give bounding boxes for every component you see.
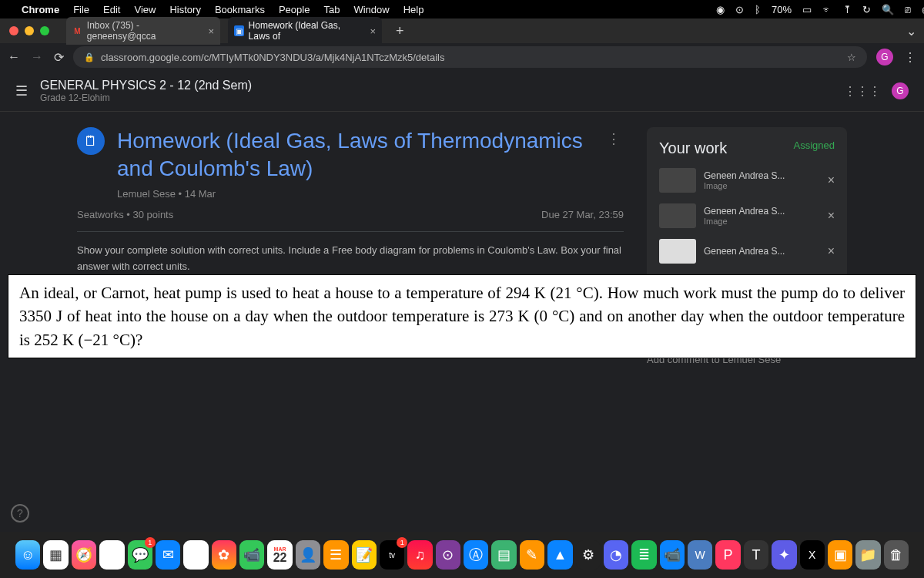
spotlight-icon[interactable]: 🔍 — [882, 4, 894, 15]
remove-attachment-icon[interactable]: × — [828, 209, 835, 223]
attachment-thumbnail — [659, 203, 696, 228]
dock-discord[interactable]: ◔ — [604, 540, 628, 570]
menu-edit[interactable]: Edit — [103, 4, 120, 15]
attachment-name: Geneen Andrea S... — [704, 170, 820, 181]
tab-label: Inbox (735) - geneensy@qcca — [87, 20, 201, 42]
close-tab-icon[interactable]: × — [370, 25, 376, 37]
remove-attachment-icon[interactable]: × — [828, 244, 835, 258]
dock-powerpoint[interactable]: P — [715, 540, 740, 570]
chevron-down-icon[interactable]: ⌄ — [906, 24, 916, 39]
lock-icon: 🔒 — [84, 52, 95, 62]
dock-teams[interactable]: T — [744, 540, 768, 570]
dock-calendar[interactable]: MAR22 — [267, 540, 292, 570]
assignment-author: Lemuel Sese • 14 Mar — [117, 188, 591, 200]
url-text: classroom.google.com/c/MTIyMTk0NDY3NDU3/… — [101, 52, 444, 63]
dock-reminders[interactable]: ☰ — [323, 540, 348, 570]
dock-notes[interactable]: 📝 — [352, 540, 377, 570]
forward-button[interactable]: → — [31, 50, 43, 65]
course-title[interactable]: GENERAL PHYSICS 2 - 12 (2nd Sem) — [40, 79, 252, 92]
dock-pages[interactable]: ✎ — [520, 540, 544, 570]
attachment-thumbnail — [659, 239, 696, 264]
attachment-item[interactable]: Geneen Andrea S...Image × — [659, 203, 835, 228]
attachment-item[interactable]: Geneen Andrea S... × — [659, 239, 835, 264]
help-button[interactable]: ? — [11, 504, 29, 523]
menu-view[interactable]: View — [134, 4, 156, 15]
dock-word[interactable]: W — [688, 540, 712, 570]
dock-messages[interactable]: 💬1 — [128, 540, 152, 570]
profile-avatar[interactable]: G — [876, 49, 893, 66]
tab-inbox[interactable]: M Inbox (735) - geneensy@qcca × — [66, 17, 220, 45]
dock-appstore[interactable]: Ⓐ — [464, 540, 488, 570]
dock-zoom[interactable]: 📹 — [660, 540, 685, 570]
dock-safari[interactable]: 🧭 — [72, 540, 96, 570]
dock-app2[interactable]: X — [800, 540, 825, 570]
dock-photos[interactable]: ✿ — [212, 540, 236, 570]
browser-toolbar: ← → ⟳ 🔒 classroom.google.com/c/MTIyMTk0N… — [0, 43, 924, 71]
dock-launchpad[interactable]: ▦ — [43, 540, 68, 570]
battery-percent: 70% — [772, 4, 792, 15]
dock-tv[interactable]: tv1 — [380, 540, 404, 570]
macos-dock: ☺ ▦ 🧭 ◉ 💬1 ✉ 🗺 ✿ 📹 MAR22 👤 ☰ 📝 tv1 ♫ ⊙ Ⓐ… — [0, 532, 924, 578]
hamburger-menu-icon[interactable]: ☰ — [15, 82, 28, 99]
timemachine-icon[interactable]: ↻ — [862, 4, 871, 15]
bluetooth-icon[interactable]: ᛒ — [755, 4, 761, 15]
close-window-button[interactable] — [9, 26, 18, 35]
classroom-icon: ▣ — [234, 25, 244, 36]
star-icon[interactable]: ☆ — [847, 52, 856, 63]
menu-file[interactable]: File — [73, 4, 89, 15]
classroom-header: ☰ GENERAL PHYSICS 2 - 12 (2nd Sem) Grade… — [0, 71, 924, 112]
assignment-menu-icon[interactable]: ⋮ — [604, 127, 624, 150]
attachment-item[interactable]: Geneen Andrea S...Image × — [659, 168, 835, 193]
menu-people[interactable]: People — [279, 4, 310, 15]
remove-attachment-icon[interactable]: × — [828, 173, 835, 187]
tab-homework[interactable]: ▣ Homework (Ideal Gas, Laws of × — [228, 17, 382, 45]
attachment-name: Geneen Andrea S... — [704, 246, 820, 257]
tab-label: Homework (Ideal Gas, Laws of — [249, 20, 363, 42]
dock-chrome[interactable]: ◉ — [99, 540, 124, 570]
do-not-disturb-icon[interactable]: ◉ — [716, 4, 725, 15]
dock-folder[interactable]: 📁 — [855, 540, 880, 570]
app-name[interactable]: Chrome — [22, 4, 59, 15]
dock-facetime[interactable]: 📹 — [239, 540, 264, 570]
kebab-menu-icon[interactable]: ⋮ — [904, 50, 916, 65]
upload-icon[interactable]: ⤒ — [843, 4, 852, 15]
dock-mail[interactable]: ✉ — [156, 540, 180, 570]
attachment-type: Image — [704, 181, 820, 190]
dock-keynote[interactable]: ▲ — [547, 540, 572, 570]
menu-tab[interactable]: Tab — [323, 4, 340, 15]
assignment-due: Due 27 Mar, 23:59 — [541, 209, 624, 220]
account-avatar[interactable]: G — [892, 82, 909, 99]
dock-finder[interactable]: ☺ — [15, 540, 40, 570]
close-tab-icon[interactable]: × — [208, 25, 214, 37]
dock-contacts[interactable]: 👤 — [296, 540, 320, 570]
assignment-title: Homework (Ideal Gas, Laws of Thermodynam… — [117, 127, 591, 183]
dock-spotify[interactable]: ≣ — [631, 540, 656, 570]
dock-maps[interactable]: 🗺 — [183, 540, 208, 570]
address-bar[interactable]: 🔒 classroom.google.com/c/MTIyMTk0NDY3NDU… — [73, 46, 867, 68]
dock-app3[interactable]: ▣ — [828, 540, 852, 570]
dock-podcasts[interactable]: ⊙ — [436, 540, 460, 570]
menu-bookmarks[interactable]: Bookmarks — [215, 4, 265, 15]
google-apps-icon[interactable]: ⋮⋮⋮ — [844, 84, 881, 99]
problem-text-overlay: An ideal, or Carnot, heat pump is used t… — [8, 274, 916, 358]
window-controls — [9, 26, 49, 35]
fullscreen-window-button[interactable] — [40, 26, 49, 35]
wifi-icon[interactable]: ᯤ — [822, 4, 832, 15]
new-tab-button[interactable]: + — [390, 23, 410, 39]
reload-button[interactable]: ⟳ — [54, 50, 64, 65]
dock-music[interactable]: ♫ — [407, 540, 432, 570]
menu-help[interactable]: Help — [403, 4, 424, 15]
dock-numbers[interactable]: ▤ — [491, 540, 516, 570]
status-icon[interactable]: ⊙ — [735, 4, 744, 15]
menu-window[interactable]: Window — [353, 4, 389, 15]
battery-icon[interactable]: ▭ — [802, 4, 812, 15]
dock-trash[interactable]: 🗑 — [884, 540, 909, 570]
minimize-window-button[interactable] — [25, 26, 34, 35]
control-center-icon[interactable]: ⎚ — [905, 4, 911, 15]
dock-app[interactable]: ✦ — [772, 540, 796, 570]
menu-history[interactable]: History — [169, 4, 200, 15]
back-button[interactable]: ← — [8, 50, 20, 65]
attachment-name: Geneen Andrea S... — [704, 206, 820, 217]
dock-settings[interactable]: ⚙ — [576, 540, 601, 570]
gmail-icon: M — [72, 25, 82, 36]
